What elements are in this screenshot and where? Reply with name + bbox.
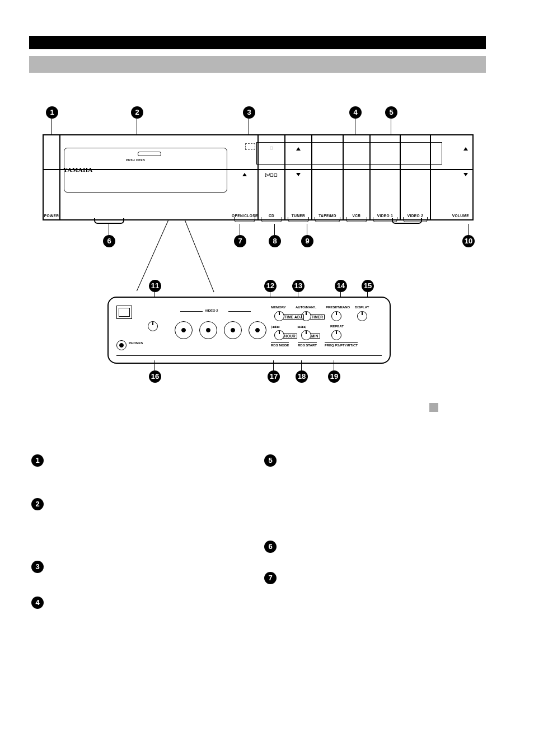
leader-line	[273, 360, 274, 370]
play-pause-button[interactable]: □ ▷/◻◻ CD	[259, 135, 285, 219]
desc-badge: 3	[31, 561, 44, 573]
power-label: POWER	[44, 214, 59, 218]
video2-group-label: VIDEO 2	[205, 309, 218, 312]
tray-hatch-icon	[138, 152, 161, 156]
memory-label: MEMORY	[271, 306, 286, 309]
display-button[interactable]	[357, 311, 367, 321]
chevron-down-icon	[296, 172, 301, 177]
phones-label: PHONES	[129, 341, 143, 345]
callout-badge: 9	[301, 235, 313, 247]
auto-manl-label: AUTO/MAN'L	[296, 306, 316, 309]
repeat-label: REPEAT	[330, 325, 344, 328]
callout-badge: 7	[234, 235, 246, 247]
tray-sublabel: PUSH OPEN	[126, 158, 145, 162]
callout-badge: 2	[131, 106, 143, 119]
door-edge	[116, 355, 382, 357]
desc-badge: 4	[31, 597, 44, 609]
callout-badge: 4	[349, 106, 362, 119]
skip-back-label: |◂◂/◂◂	[271, 325, 279, 328]
power-button[interactable]: POWER	[44, 135, 60, 219]
callout-badge: 6	[103, 235, 115, 247]
callout-badge: 13	[292, 280, 305, 292]
chevron-up-icon	[296, 147, 301, 152]
leader-line	[468, 224, 469, 235]
volume-buttons[interactable]: VOLUME	[431, 135, 471, 219]
callout-badge: 11	[149, 280, 161, 292]
preset-band-button[interactable]	[331, 311, 341, 321]
callout-badge: 17	[268, 370, 280, 383]
rds-mode-label: RDS MODE	[271, 342, 289, 347]
callout-badge: 12	[264, 280, 277, 292]
timer-label: TIMER	[310, 314, 325, 320]
callout-badge: 3	[243, 106, 255, 119]
repeat-button[interactable]	[331, 330, 341, 340]
hour-label: HOUR	[283, 334, 297, 339]
leader-line	[274, 224, 275, 235]
callout-badge: 19	[328, 370, 340, 383]
freq-label: FREQ PS/PTY/RT/CT	[325, 342, 358, 347]
display-label: DISPLAY	[355, 306, 369, 309]
video2-jack-1[interactable]	[175, 321, 193, 339]
time-adj-label: TIME ADJ	[283, 314, 304, 320]
video2-jack-3[interactable]	[224, 321, 242, 339]
volume-label: VOLUME	[452, 214, 469, 218]
device-front-panel: POWER PUSH OPEN YAMAHA OPEN/CLOSE □ ▷/◻◻…	[43, 134, 474, 220]
leader-line	[154, 360, 155, 370]
tape-md-button[interactable]: TAPE/MD	[312, 135, 344, 219]
eject-icon	[242, 172, 247, 177]
desc-badge: 7	[264, 572, 277, 584]
stop-icon: □	[270, 145, 273, 151]
svg-text:YAMAHA: YAMAHA	[63, 167, 93, 172]
tuner-button[interactable]: TUNER	[285, 135, 312, 219]
zoom-line	[185, 220, 214, 292]
play-pause-icon: ▷/◻◻	[265, 172, 278, 177]
leader-line	[307, 224, 307, 235]
preset-band-label: PRESET/BAND	[326, 306, 350, 309]
leader-line	[334, 360, 334, 370]
desc-badge: 6	[264, 541, 277, 553]
page-marker	[429, 403, 438, 412]
callout-badge: 1	[46, 106, 58, 119]
phones-jack[interactable]	[116, 340, 127, 350]
video2-jack-4[interactable]	[249, 321, 266, 339]
callout-badge: 10	[462, 235, 475, 247]
chevron-up-icon	[463, 147, 468, 152]
video2-bracket	[180, 311, 203, 312]
title-black-bar	[29, 36, 486, 49]
callout-badge: 15	[362, 280, 374, 292]
callout-badge: 8	[269, 235, 281, 247]
skip-fwd-label: ▸▸/▸▸|	[298, 325, 306, 328]
callout-badge: 5	[385, 106, 397, 119]
desc-badge: 1	[31, 454, 44, 467]
leader-line	[51, 119, 52, 135]
leader-line	[240, 224, 240, 235]
vcr-button[interactable]: VCR	[344, 135, 371, 219]
desc-badge: 2	[31, 498, 44, 510]
phones-level-knob[interactable]	[148, 321, 158, 331]
subtitle-gray-bar	[29, 56, 486, 73]
video2-button[interactable]: VIDEO 2	[401, 135, 431, 219]
callout-badge: 16	[149, 370, 161, 383]
min-label: MIN	[310, 334, 320, 339]
video2-bracket	[228, 311, 251, 312]
detail-door-panel: PHONES VIDEO 2 MEMORY AUTO/MAN'L PRESET/…	[107, 297, 391, 364]
card-slot-icon	[116, 306, 132, 319]
callout-badge: 18	[296, 370, 308, 383]
video1-button[interactable]: VIDEO 1	[371, 135, 401, 219]
video2-jack-2[interactable]	[199, 321, 217, 339]
brand-logo: YAMAHA	[63, 166, 97, 171]
rds-start-label: RDS START	[298, 342, 317, 347]
leader-line	[109, 224, 109, 235]
leader-line	[301, 360, 302, 370]
chevron-down-icon	[463, 172, 468, 177]
desc-badge: 5	[264, 454, 277, 467]
open-close-button[interactable]: OPEN/CLOSE	[232, 135, 259, 219]
callout-badge: 14	[335, 280, 347, 292]
